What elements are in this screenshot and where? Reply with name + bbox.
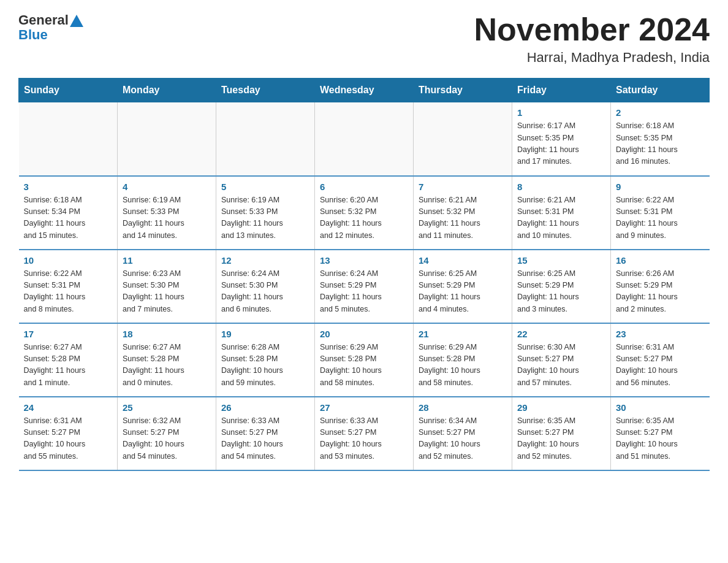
table-row: 8Sunrise: 6:21 AM Sunset: 5:31 PM Daylig… (512, 176, 611, 250)
table-row: 22Sunrise: 6:30 AM Sunset: 5:27 PM Dayli… (512, 323, 611, 397)
day-number: 13 (320, 255, 408, 266)
table-row (19, 102, 118, 176)
table-row: 30Sunrise: 6:35 AM Sunset: 5:27 PM Dayli… (611, 397, 710, 470)
day-info: Sunrise: 6:27 AM Sunset: 5:28 PM Dayligh… (24, 342, 113, 389)
table-row: 2Sunrise: 6:18 AM Sunset: 5:35 PM Daylig… (611, 102, 710, 176)
day-info: Sunrise: 6:35 AM Sunset: 5:27 PM Dayligh… (616, 415, 705, 463)
day-number: 16 (616, 255, 705, 266)
day-number: 30 (616, 402, 705, 413)
logo: General Blue (18, 12, 83, 43)
day-info: Sunrise: 6:17 AM Sunset: 5:35 PM Dayligh… (517, 120, 605, 168)
day-info: Sunrise: 6:35 AM Sunset: 5:27 PM Dayligh… (517, 415, 605, 463)
table-row: 26Sunrise: 6:33 AM Sunset: 5:27 PM Dayli… (216, 397, 315, 470)
table-row: 5Sunrise: 6:19 AM Sunset: 5:33 PM Daylig… (216, 176, 315, 250)
day-number: 18 (123, 329, 211, 339)
day-info: Sunrise: 6:29 AM Sunset: 5:28 PM Dayligh… (419, 342, 507, 389)
table-row: 7Sunrise: 6:21 AM Sunset: 5:32 PM Daylig… (414, 176, 512, 250)
col-sunday: Sunday (19, 79, 118, 102)
day-number: 15 (517, 255, 605, 266)
calendar-week-row: 3Sunrise: 6:18 AM Sunset: 5:34 PM Daylig… (19, 176, 710, 250)
calendar-header-row: Sunday Monday Tuesday Wednesday Thursday… (19, 79, 710, 102)
day-number: 10 (24, 255, 113, 266)
day-number: 12 (221, 255, 309, 266)
day-info: Sunrise: 6:31 AM Sunset: 5:27 PM Dayligh… (24, 415, 113, 463)
day-info: Sunrise: 6:25 AM Sunset: 5:29 PM Dayligh… (419, 268, 507, 316)
day-info: Sunrise: 6:34 AM Sunset: 5:27 PM Dayligh… (419, 415, 507, 463)
day-number: 26 (221, 402, 309, 413)
table-row: 3Sunrise: 6:18 AM Sunset: 5:34 PM Daylig… (19, 176, 118, 250)
day-number: 22 (517, 329, 605, 339)
table-row: 23Sunrise: 6:31 AM Sunset: 5:27 PM Dayli… (611, 323, 710, 397)
col-tuesday: Tuesday (216, 79, 315, 102)
table-row: 6Sunrise: 6:20 AM Sunset: 5:32 PM Daylig… (315, 176, 414, 250)
table-row: 17Sunrise: 6:27 AM Sunset: 5:28 PM Dayli… (19, 323, 118, 397)
day-info: Sunrise: 6:33 AM Sunset: 5:27 PM Dayligh… (320, 415, 408, 463)
table-row: 18Sunrise: 6:27 AM Sunset: 5:28 PM Dayli… (118, 323, 216, 397)
day-number: 20 (320, 329, 408, 339)
day-number: 17 (24, 329, 113, 339)
day-info: Sunrise: 6:22 AM Sunset: 5:31 PM Dayligh… (616, 194, 705, 242)
table-row: 10Sunrise: 6:22 AM Sunset: 5:31 PM Dayli… (19, 250, 118, 323)
col-saturday: Saturday (611, 79, 710, 102)
day-info: Sunrise: 6:24 AM Sunset: 5:30 PM Dayligh… (221, 268, 309, 316)
day-info: Sunrise: 6:19 AM Sunset: 5:33 PM Dayligh… (123, 194, 211, 242)
calendar-week-row: 10Sunrise: 6:22 AM Sunset: 5:31 PM Dayli… (19, 250, 710, 323)
day-number: 21 (419, 329, 507, 339)
day-number: 25 (123, 402, 211, 413)
table-row: 28Sunrise: 6:34 AM Sunset: 5:27 PM Dayli… (414, 397, 512, 470)
day-number: 27 (320, 402, 408, 413)
day-info: Sunrise: 6:20 AM Sunset: 5:32 PM Dayligh… (320, 194, 408, 242)
day-number: 9 (616, 182, 705, 192)
col-friday: Friday (512, 79, 611, 102)
table-row: 11Sunrise: 6:23 AM Sunset: 5:30 PM Dayli… (118, 250, 216, 323)
table-row: 21Sunrise: 6:29 AM Sunset: 5:28 PM Dayli… (414, 323, 512, 397)
day-info: Sunrise: 6:28 AM Sunset: 5:28 PM Dayligh… (221, 342, 309, 389)
day-number: 7 (419, 182, 507, 192)
day-info: Sunrise: 6:21 AM Sunset: 5:32 PM Dayligh… (419, 194, 507, 242)
logo-blue-text: Blue (18, 27, 48, 43)
day-info: Sunrise: 6:26 AM Sunset: 5:29 PM Dayligh… (616, 268, 705, 316)
day-number: 6 (320, 182, 408, 192)
table-row (315, 102, 414, 176)
table-row: 16Sunrise: 6:26 AM Sunset: 5:29 PM Dayli… (611, 250, 710, 323)
day-number: 4 (123, 182, 211, 192)
day-number: 29 (517, 402, 605, 413)
table-row: 24Sunrise: 6:31 AM Sunset: 5:27 PM Dayli… (19, 397, 118, 470)
day-info: Sunrise: 6:33 AM Sunset: 5:27 PM Dayligh… (221, 415, 309, 463)
table-row: 12Sunrise: 6:24 AM Sunset: 5:30 PM Dayli… (216, 250, 315, 323)
day-number: 19 (221, 329, 309, 339)
table-row (414, 102, 512, 176)
day-number: 2 (616, 107, 705, 118)
day-number: 3 (24, 182, 113, 192)
day-number: 8 (517, 182, 605, 192)
day-number: 23 (616, 329, 705, 339)
day-number: 28 (419, 402, 507, 413)
day-info: Sunrise: 6:29 AM Sunset: 5:28 PM Dayligh… (320, 342, 408, 389)
calendar-week-row: 24Sunrise: 6:31 AM Sunset: 5:27 PM Dayli… (19, 397, 710, 470)
day-info: Sunrise: 6:24 AM Sunset: 5:29 PM Dayligh… (320, 268, 408, 316)
table-row: 9Sunrise: 6:22 AM Sunset: 5:31 PM Daylig… (611, 176, 710, 250)
table-row: 14Sunrise: 6:25 AM Sunset: 5:29 PM Dayli… (414, 250, 512, 323)
month-title: November 2024 (474, 12, 710, 47)
day-info: Sunrise: 6:18 AM Sunset: 5:34 PM Dayligh… (24, 194, 113, 242)
day-info: Sunrise: 6:22 AM Sunset: 5:31 PM Dayligh… (24, 268, 113, 316)
logo-general-text: General (18, 12, 69, 28)
table-row: 15Sunrise: 6:25 AM Sunset: 5:29 PM Dayli… (512, 250, 611, 323)
day-info: Sunrise: 6:21 AM Sunset: 5:31 PM Dayligh… (517, 194, 605, 242)
table-row: 25Sunrise: 6:32 AM Sunset: 5:27 PM Dayli… (118, 397, 216, 470)
table-row (118, 102, 216, 176)
table-row: 13Sunrise: 6:24 AM Sunset: 5:29 PM Dayli… (315, 250, 414, 323)
day-number: 1 (517, 107, 605, 118)
table-row (216, 102, 315, 176)
location-subtitle: Harrai, Madhya Pradesh, India (474, 50, 710, 66)
svg-marker-0 (70, 15, 83, 27)
day-info: Sunrise: 6:27 AM Sunset: 5:28 PM Dayligh… (123, 342, 211, 389)
day-info: Sunrise: 6:31 AM Sunset: 5:27 PM Dayligh… (616, 342, 705, 389)
page-header: General Blue November 2024 Harrai, Madhy… (18, 12, 710, 66)
table-row: 19Sunrise: 6:28 AM Sunset: 5:28 PM Dayli… (216, 323, 315, 397)
calendar-week-row: 17Sunrise: 6:27 AM Sunset: 5:28 PM Dayli… (19, 323, 710, 397)
day-number: 14 (419, 255, 507, 266)
day-info: Sunrise: 6:19 AM Sunset: 5:33 PM Dayligh… (221, 194, 309, 242)
day-number: 11 (123, 255, 211, 266)
logo-icon (70, 15, 83, 27)
